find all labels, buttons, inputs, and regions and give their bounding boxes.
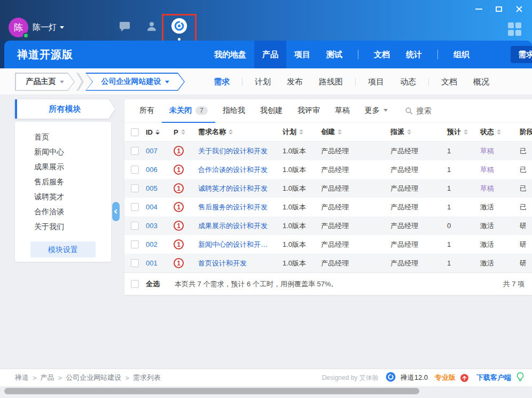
story-id-link[interactable]: 002 xyxy=(146,240,158,248)
story-title-link[interactable]: 成果展示的设计和开发 xyxy=(198,221,268,231)
tab-dynamic[interactable]: 动态 xyxy=(392,77,424,87)
filter-created-by-me[interactable]: 我创建 xyxy=(253,99,290,123)
module-item-jobs[interactable]: 诚聘英才 xyxy=(15,189,111,204)
sort-icon[interactable] xyxy=(497,129,501,135)
row-checkbox[interactable] xyxy=(131,166,139,174)
sort-icon[interactable] xyxy=(181,129,185,135)
nav-item-org[interactable]: 组织 xyxy=(445,41,478,68)
quick-create-story-button[interactable]: 需求 xyxy=(511,46,532,63)
row-checkbox[interactable] xyxy=(131,222,139,230)
header-created-by[interactable]: 创建 xyxy=(321,127,390,137)
header-plan[interactable]: 计划 xyxy=(283,127,321,137)
table-row[interactable]: 004 1 售后服务的设计和开发 1.0版本 产品经理 产品经理 1 激活 已 xyxy=(124,198,532,216)
close-button[interactable] xyxy=(513,3,526,15)
filter-all[interactable]: 所有 xyxy=(132,99,162,123)
tab-release[interactable]: 发布 xyxy=(279,77,311,87)
pro-edition-link[interactable]: 专业版 xyxy=(435,373,456,383)
crumb-product-name[interactable]: 公司企业网站建设 xyxy=(66,373,121,383)
select-all-label[interactable]: 全选 xyxy=(146,279,160,289)
header-estimate[interactable]: 预计 xyxy=(447,127,480,137)
apps-grid-icon[interactable] xyxy=(508,22,521,36)
table-row[interactable]: 006 1 合作洽谈的设计和开发 1.0版本 产品经理 产品经理 1 草稿 已 xyxy=(124,160,532,179)
tab-roadmap[interactable]: 路线图 xyxy=(311,77,351,87)
header-title[interactable]: 需求名称 xyxy=(198,127,283,137)
story-id-link[interactable]: 004 xyxy=(146,203,158,211)
sort-icon[interactable] xyxy=(229,129,233,135)
select-all-checkbox[interactable] xyxy=(131,128,139,136)
tab-plan[interactable]: 计划 xyxy=(247,77,279,87)
table-row[interactable]: 003 1 成果展示的设计和开发 1.0版本 产品经理 产品经理 0 激活 研 xyxy=(124,216,532,235)
download-client-link[interactable]: 下载客户端 xyxy=(476,373,511,383)
story-title-link[interactable]: 关于我们的设计和开发 xyxy=(198,146,268,156)
tab-story[interactable]: 需求 xyxy=(206,77,238,87)
filter-reviewed-by-me[interactable]: 我评审 xyxy=(290,99,327,123)
nav-item-doc[interactable]: 文档 xyxy=(366,41,398,68)
maximize-button[interactable] xyxy=(492,3,505,15)
zentao-tray-icon[interactable] xyxy=(170,17,188,37)
filter-more[interactable]: 更多 xyxy=(357,99,395,123)
story-title-link[interactable]: 售后服务的设计和开发 xyxy=(198,202,268,212)
story-title-link[interactable]: 首页设计和开发 xyxy=(198,259,247,268)
module-item-service[interactable]: 售后服务 xyxy=(15,174,111,189)
sort-icon[interactable] xyxy=(299,129,303,135)
select-all-checkbox[interactable] xyxy=(131,280,139,288)
story-id-link[interactable]: 001 xyxy=(146,259,158,267)
sort-icon[interactable] xyxy=(338,129,342,135)
table-row[interactable]: 005 1 诚聘英才的设计和开发 1.0版本 产品经理 产品经理 1 草稿 已 xyxy=(124,179,532,198)
header-status[interactable]: 状态 xyxy=(480,127,520,137)
module-item-news[interactable]: 新闻中心 xyxy=(15,144,111,159)
crumb-product-module[interactable]: 产品 xyxy=(41,373,54,383)
story-title-link[interactable]: 新闻中心的设计和开… xyxy=(198,240,268,249)
table-row[interactable]: 001 1 首页设计和开发 1.0版本 产品经理 产品经理 1 激活 研 xyxy=(124,254,532,272)
sort-icon[interactable] xyxy=(407,129,411,135)
product-home-crumb[interactable]: 产品主页 xyxy=(15,73,75,91)
sort-icon[interactable] xyxy=(155,129,160,135)
nav-item-product[interactable]: 产品 xyxy=(254,41,286,68)
header-id[interactable]: ID xyxy=(146,128,174,136)
header-stage[interactable]: 阶段 xyxy=(520,127,532,137)
user-menu[interactable]: 陈 陈一灯 xyxy=(9,18,64,37)
tab-overview[interactable]: 概况 xyxy=(465,77,497,87)
sort-icon[interactable] xyxy=(464,129,468,135)
user-name[interactable]: 陈一灯 xyxy=(33,22,64,33)
designed-by-label[interactable]: Designed by 艾体验 xyxy=(322,373,379,383)
contacts-icon[interactable] xyxy=(146,20,158,34)
module-item-home[interactable]: 首页 xyxy=(15,129,111,144)
tab-project[interactable]: 项目 xyxy=(360,77,392,87)
table-row[interactable]: 007 1 关于我们的设计和开发 1.0版本 产品经理 产品经理 1 草稿 已 xyxy=(124,142,532,160)
table-row[interactable]: 002 1 新闻中心的设计和开… 1.0版本 产品经理 产品经理 1 激活 研 xyxy=(124,235,532,254)
module-item-cooperation[interactable]: 合作洽谈 xyxy=(15,204,111,219)
row-checkbox[interactable] xyxy=(131,184,139,192)
horizontal-scrollbar-track[interactable] xyxy=(0,386,532,398)
filter-assigned-to-me[interactable]: 指给我 xyxy=(215,99,253,123)
story-title-link[interactable]: 合作洽谈的设计和开发 xyxy=(198,165,268,175)
crumb-app[interactable]: 禅道 xyxy=(15,373,29,383)
nav-item-report[interactable]: 统计 xyxy=(398,41,430,68)
minimize-button[interactable] xyxy=(472,3,485,15)
search-toggle[interactable]: 搜索 xyxy=(405,106,432,116)
module-tree-header[interactable]: 所有模块 xyxy=(15,99,115,119)
row-checkbox[interactable] xyxy=(131,259,139,267)
header-priority[interactable]: P xyxy=(174,128,198,136)
sidebar-collapse-handle[interactable] xyxy=(112,202,120,221)
upgrade-icon[interactable] xyxy=(460,374,468,382)
story-id-link[interactable]: 003 xyxy=(146,222,158,230)
module-item-about[interactable]: 关于我们 xyxy=(15,219,111,234)
chat-icon[interactable] xyxy=(119,21,131,34)
horizontal-scrollbar-thumb[interactable] xyxy=(4,388,419,394)
tab-doc[interactable]: 文档 xyxy=(433,77,465,87)
nav-item-my[interactable]: 我的地盘 xyxy=(206,41,254,68)
story-id-link[interactable]: 007 xyxy=(146,147,158,155)
avatar[interactable]: 陈 xyxy=(9,18,28,37)
current-product-crumb[interactable]: 公司企业网站建设 xyxy=(85,73,185,91)
row-checkbox[interactable] xyxy=(131,203,139,211)
module-item-results[interactable]: 成果展示 xyxy=(15,159,111,174)
row-checkbox[interactable] xyxy=(131,240,139,248)
header-assigned-to[interactable]: 指派 xyxy=(390,127,447,137)
story-id-link[interactable]: 005 xyxy=(146,184,158,192)
module-settings-button[interactable]: 模块设置 xyxy=(30,241,96,257)
filter-draft[interactable]: 草稿 xyxy=(327,99,357,123)
story-id-link[interactable]: 006 xyxy=(146,166,158,174)
row-checkbox[interactable] xyxy=(131,147,139,155)
lightbulb-icon[interactable] xyxy=(516,372,525,384)
